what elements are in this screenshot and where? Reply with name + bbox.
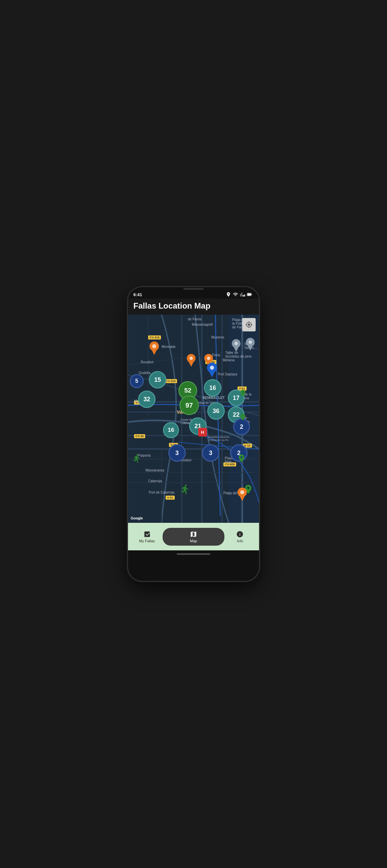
cluster-16-bottom[interactable]: 16 [163,422,179,438]
app-header: Fallas Location Map [128,299,259,315]
place-rocafort: Rocafort [141,360,153,364]
location-icon [226,292,231,297]
home-bar-pill [177,553,210,555]
road-label-cv36: CV-36 [134,434,145,438]
place-hospital: Hospital Universit...i Politècnic La Fe [208,435,231,441]
map-container[interactable]: CV-315 CV-315 CV-30 V-30 V-30 CV-36 V-21… [128,315,259,523]
svg-rect-2 [247,293,251,296]
cluster-3-mid[interactable]: 3 [202,444,219,462]
cluster-15[interactable]: 15 [149,371,166,389]
location-button[interactable] [242,318,256,332]
place-massanassa: Massanassa [145,468,164,472]
place-foios: Foios [212,353,220,357]
svg-marker-31 [234,346,239,352]
svg-point-24 [189,356,193,360]
status-bar: 6:41 [128,290,259,299]
gray-pin-2[interactable] [246,338,255,350]
place-meliana: Meliana [223,358,235,362]
svg-point-36 [210,366,214,370]
nav-item-info[interactable]: Info [225,528,256,546]
cluster-5[interactable]: 5 [130,374,144,388]
poi-green-3[interactable] [237,454,246,463]
svg-point-30 [235,342,238,345]
home-bar [128,550,259,558]
status-icons [226,292,252,297]
place-port-saplaya: Port Saplaya [218,372,237,376]
orange-pin-1[interactable] [149,341,159,355]
cluster-3-left[interactable]: 3 [168,444,186,462]
svg-marker-34 [247,345,253,350]
place-moncada: Moncada [161,345,175,348]
nav-item-my-fallas[interactable]: My Fallas [131,528,162,546]
svg-rect-1 [251,294,252,295]
phone-notch-pill [183,288,204,290]
place-massamagrell: Massamagrell [192,323,213,327]
phone-notch-bar [128,287,259,290]
wifi-icon [233,292,238,297]
road-label-v31: V-31 [166,496,175,500]
info-icon [236,530,243,538]
svg-marker-40 [240,496,245,501]
hospital-marker[interactable]: H [198,428,207,436]
place-museros: Museros [211,336,224,339]
phone-frame: 6:41 Fallas Location Map [128,287,259,581]
cluster-32[interactable]: 32 [138,391,155,408]
google-watermark: Google [131,516,143,520]
svg-marker-22 [151,349,157,355]
svg-point-21 [152,344,156,348]
my-fallas-label: My Fallas [139,539,155,543]
app-title: Fallas Location Map [133,301,254,311]
cluster-16-top[interactable]: 16 [204,379,221,397]
place-catarroja: Catarroja [148,479,162,483]
my-fallas-icon [144,530,151,538]
svg-point-33 [248,340,252,344]
battery-icon [247,292,252,297]
time-display: 6:41 [133,292,142,297]
blue-pin[interactable] [207,363,217,377]
svg-point-39 [240,490,244,494]
orange-pin-2[interactable] [187,354,196,367]
place-de-famis: de Famis [188,317,202,321]
svg-marker-25 [188,361,194,367]
poi-green-2[interactable] [239,413,247,421]
signal-icon [240,292,245,297]
crosshair-icon [245,321,252,329]
poi-wrench-1[interactable] [132,454,142,463]
cluster-97[interactable]: 97 [179,396,199,415]
map-icon [190,530,197,538]
nav-item-map[interactable]: Map [162,528,225,546]
svg-marker-37 [209,371,215,377]
place-taller: Taller debicicletas de pere [226,351,251,358]
bottom-navigation: My Fallas Map Info [128,523,259,550]
road-label-cv315-top: CV-315 [148,336,161,339]
svg-point-27 [207,356,210,360]
orange-pin-bottom[interactable] [238,488,247,501]
gray-pin-1[interactable] [232,339,241,352]
info-label: Info [237,539,243,543]
map-label: Map [190,539,197,543]
poi-green-4[interactable] [180,484,190,495]
place-port-catarroja: Port de Catarroja [149,491,174,494]
cluster-36[interactable]: 36 [207,402,225,420]
poi-green-1[interactable] [239,389,247,397]
